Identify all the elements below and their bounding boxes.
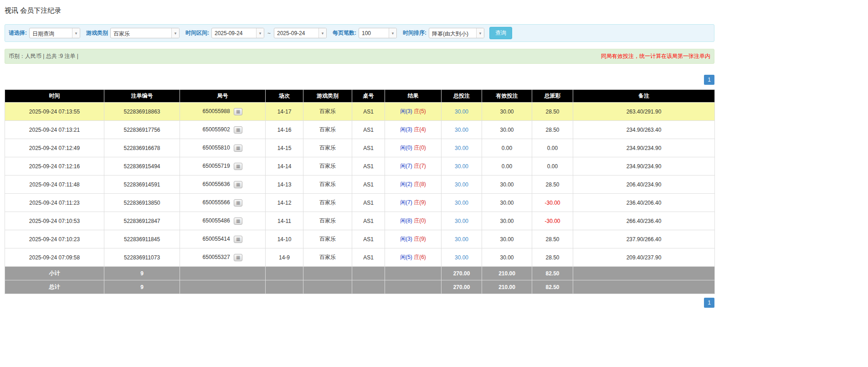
cell-total-bet: 30.00	[442, 103, 482, 121]
cell-time: 2025-09-24 07:13:21	[5, 121, 104, 139]
betting-table-body: 2025-09-24 07:13:55522836918863650055988…	[5, 103, 715, 267]
chevron-down-icon[interactable]: ▾	[72, 28, 80, 38]
cell-remark: 234.90/234.90	[573, 139, 715, 157]
cell-bet-id: 522836911845	[104, 230, 180, 248]
round-replay-icon[interactable]: ▦	[234, 236, 242, 243]
subtotal-label: 小计	[5, 267, 104, 280]
cell-bet-id: 522836914591	[104, 176, 180, 194]
game-type-value: 百家乐	[111, 28, 171, 38]
cell-round: 650055719 ▦	[180, 157, 266, 176]
query-button[interactable]: 查询	[489, 27, 512, 39]
range-separator: ~	[267, 30, 271, 36]
round-replay-icon[interactable]: ▦	[234, 254, 242, 261]
round-replay-icon[interactable]: ▦	[234, 145, 242, 152]
cell-round: 650055486 ▦	[180, 212, 266, 230]
total-bet-link[interactable]: 30.00	[455, 163, 468, 170]
col-total-bet: 总投注	[442, 90, 482, 103]
round-replay-icon[interactable]: ▦	[234, 199, 242, 207]
table-row: 2025-09-24 07:13:55522836918863650055988…	[5, 103, 715, 121]
result-player: 闲(0)	[400, 145, 412, 151]
round-replay-icon[interactable]: ▦	[234, 108, 242, 115]
chevron-down-icon[interactable]: ▾	[318, 28, 326, 38]
cell-payout: -30.00	[532, 194, 573, 212]
round-replay-icon[interactable]: ▦	[234, 126, 242, 134]
total-bet-link[interactable]: 30.00	[455, 145, 468, 151]
chevron-down-icon[interactable]: ▾	[171, 28, 179, 38]
cell-session: 14-14	[266, 157, 303, 176]
table-row: 2025-09-24 07:11:48522836914591650055636…	[5, 176, 715, 194]
cell-time: 2025-09-24 07:10:23	[5, 230, 104, 248]
result-player: 闲(3)	[400, 126, 412, 133]
col-table-no: 桌号	[352, 90, 385, 103]
chevron-down-icon[interactable]: ▾	[256, 28, 264, 38]
cell-round: 650055636 ▦	[180, 176, 266, 194]
page-button-1[interactable]: 1	[704, 298, 714, 308]
page-size-select[interactable]: 100 ▾	[359, 28, 397, 38]
cell-time: 2025-09-24 07:10:53	[5, 212, 104, 230]
result-player: 闲(7)	[400, 163, 412, 169]
total-bet-link[interactable]: 30.00	[455, 236, 468, 243]
total-bet-link[interactable]: 30.00	[455, 181, 468, 188]
filter-label-time-range: 时间区间:	[185, 29, 209, 37]
cell-time: 2025-09-24 07:13:55	[5, 103, 104, 121]
table-row: 2025-09-24 07:10:53522836912847650055486…	[5, 212, 715, 230]
cell-result: 闲(2) 庄(8)	[385, 176, 442, 194]
cell-game-type: 百家乐	[303, 103, 352, 121]
subtotal-valid-bet: 210.00	[482, 267, 532, 280]
chevron-down-icon[interactable]: ▾	[389, 28, 396, 38]
cell-table-no: AS1	[352, 121, 385, 139]
cell-table-no: AS1	[352, 230, 385, 248]
query-type-select[interactable]: 日期查询 ▾	[29, 28, 80, 38]
col-session: 场次	[266, 90, 303, 103]
cell-total-bet: 30.00	[442, 139, 482, 157]
cell-total-bet: 30.00	[442, 157, 482, 176]
filter-label-page-size: 每页笔数:	[333, 29, 356, 37]
total-count: 9	[104, 280, 180, 294]
betting-table: 时间 注单编号 局号 场次 游戏类别 桌号 结果 总投注 有效投注 总派彩 备注…	[5, 89, 715, 294]
page-size-value: 100	[359, 28, 389, 38]
round-replay-icon[interactable]: ▦	[234, 163, 242, 170]
round-replay-icon[interactable]: ▦	[234, 181, 242, 188]
cell-game-type: 百家乐	[303, 194, 352, 212]
result-player: 闲(7)	[400, 199, 412, 206]
cell-result: 闲(0) 庄(0)	[385, 139, 442, 157]
total-total-bet: 270.00	[442, 280, 482, 294]
sort-order-value: 降幂(由大到小)	[429, 28, 476, 38]
subtotal-count: 9	[104, 267, 180, 280]
cell-round: 650055414 ▦	[180, 230, 266, 248]
cell-time: 2025-09-24 07:11:48	[5, 176, 104, 194]
total-bet-link[interactable]: 30.00	[455, 109, 468, 115]
total-bet-link[interactable]: 30.00	[455, 127, 468, 133]
filter-label-sort: 时间排序:	[403, 29, 426, 37]
sort-order-select[interactable]: 降幂(由大到小) ▾	[429, 28, 484, 38]
cell-result: 闲(7) 庄(7)	[385, 157, 442, 176]
page-button-1[interactable]: 1	[704, 75, 714, 85]
total-bet-link[interactable]: 30.00	[455, 218, 468, 224]
cell-time: 2025-09-24 07:12:49	[5, 139, 104, 157]
empty-cell	[352, 280, 385, 294]
cell-table-no: AS1	[352, 176, 385, 194]
round-replay-icon[interactable]: ▦	[234, 217, 242, 225]
result-banker: 庄(8)	[414, 181, 426, 187]
cell-game-type: 百家乐	[303, 139, 352, 157]
cell-valid-bet: 30.00	[482, 194, 532, 212]
cell-table-no: AS1	[352, 139, 385, 157]
col-payout: 总派彩	[532, 90, 573, 103]
empty-cell	[385, 267, 442, 280]
date-to-select[interactable]: 2025-09-24 ▾	[274, 28, 327, 38]
cell-game-type: 百家乐	[303, 248, 352, 267]
filter-bar: 请选择: 日期查询 ▾ 游戏类别 百家乐 ▾ 时间区间: 2025-09-24 …	[5, 24, 714, 42]
table-header-row: 时间 注单编号 局号 场次 游戏类别 桌号 结果 总投注 有效投注 总派彩 备注	[5, 90, 715, 103]
summary-currency-count: 币别：人民币 | 总共 :9 注单 |	[9, 52, 78, 60]
total-bet-link[interactable]: 30.00	[455, 200, 468, 206]
date-from-select[interactable]: 2025-09-24 ▾	[211, 28, 264, 38]
cell-remark: 206.40/234.90	[573, 176, 715, 194]
game-type-select[interactable]: 百家乐 ▾	[110, 28, 180, 38]
table-row: 2025-09-24 07:13:21522836917756650055902…	[5, 121, 715, 139]
chevron-down-icon[interactable]: ▾	[476, 28, 484, 38]
date-to-value: 2025-09-24	[274, 28, 318, 38]
total-bet-link[interactable]: 30.00	[455, 254, 468, 261]
cell-payout: 28.50	[532, 248, 573, 267]
page: 视讯 会员下注纪录 请选择: 日期查询 ▾ 游戏类别 百家乐 ▾ 时间区间: 2…	[5, 0, 714, 308]
total-payout: 82.50	[532, 280, 573, 294]
